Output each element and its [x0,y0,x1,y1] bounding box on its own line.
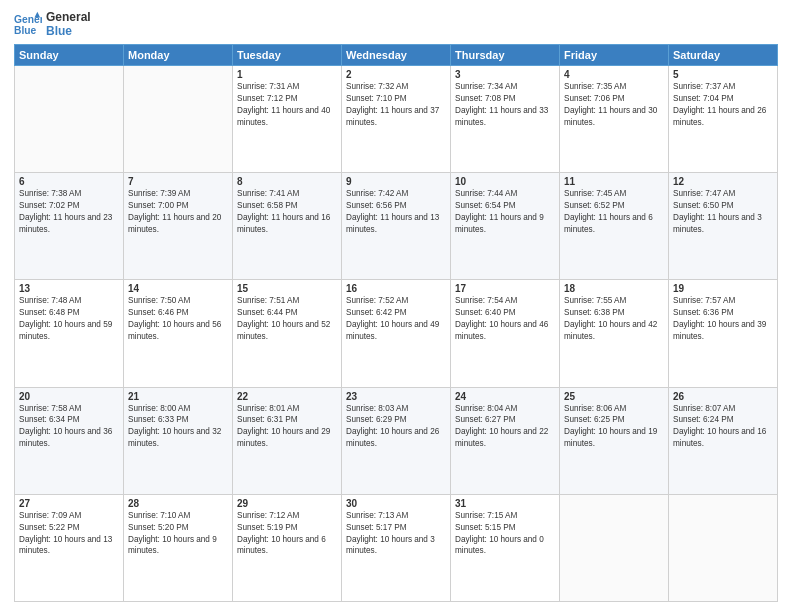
day-number: 4 [564,69,664,80]
day-number: 5 [673,69,773,80]
day-number: 30 [346,498,446,509]
day-info: Sunrise: 8:04 AM Sunset: 6:27 PM Dayligh… [455,403,555,451]
weekday-header: SundayMondayTuesdayWednesdayThursdayFrid… [15,45,778,66]
calendar-cell [15,66,124,173]
day-info: Sunrise: 8:06 AM Sunset: 6:25 PM Dayligh… [564,403,664,451]
day-number: 3 [455,69,555,80]
calendar-cell: 19Sunrise: 7:57 AM Sunset: 6:36 PM Dayli… [669,280,778,387]
day-number: 27 [19,498,119,509]
day-info: Sunrise: 7:10 AM Sunset: 5:20 PM Dayligh… [128,510,228,558]
day-number: 6 [19,176,119,187]
day-info: Sunrise: 7:34 AM Sunset: 7:08 PM Dayligh… [455,81,555,129]
weekday-header-cell: Tuesday [233,45,342,66]
calendar-cell [669,494,778,601]
day-info: Sunrise: 8:07 AM Sunset: 6:24 PM Dayligh… [673,403,773,451]
calendar-cell: 21Sunrise: 8:00 AM Sunset: 6:33 PM Dayli… [124,387,233,494]
calendar-cell: 27Sunrise: 7:09 AM Sunset: 5:22 PM Dayli… [15,494,124,601]
calendar-cell: 14Sunrise: 7:50 AM Sunset: 6:46 PM Dayli… [124,280,233,387]
day-number: 15 [237,283,337,294]
day-info: Sunrise: 7:37 AM Sunset: 7:04 PM Dayligh… [673,81,773,129]
day-info: Sunrise: 7:50 AM Sunset: 6:46 PM Dayligh… [128,295,228,343]
calendar-cell: 8Sunrise: 7:41 AM Sunset: 6:58 PM Daylig… [233,173,342,280]
calendar-row: 13Sunrise: 7:48 AM Sunset: 6:48 PM Dayli… [15,280,778,387]
calendar-cell: 20Sunrise: 7:58 AM Sunset: 6:34 PM Dayli… [15,387,124,494]
calendar-cell: 4Sunrise: 7:35 AM Sunset: 7:06 PM Daylig… [560,66,669,173]
calendar-cell: 28Sunrise: 7:10 AM Sunset: 5:20 PM Dayli… [124,494,233,601]
day-number: 1 [237,69,337,80]
day-info: Sunrise: 8:00 AM Sunset: 6:33 PM Dayligh… [128,403,228,451]
calendar-cell [124,66,233,173]
day-number: 7 [128,176,228,187]
calendar-cell: 25Sunrise: 8:06 AM Sunset: 6:25 PM Dayli… [560,387,669,494]
calendar-cell: 31Sunrise: 7:15 AM Sunset: 5:15 PM Dayli… [451,494,560,601]
calendar-cell: 12Sunrise: 7:47 AM Sunset: 6:50 PM Dayli… [669,173,778,280]
day-info: Sunrise: 7:39 AM Sunset: 7:00 PM Dayligh… [128,188,228,236]
calendar-cell: 3Sunrise: 7:34 AM Sunset: 7:08 PM Daylig… [451,66,560,173]
day-info: Sunrise: 7:31 AM Sunset: 7:12 PM Dayligh… [237,81,337,129]
header: General Blue General Blue [14,10,778,38]
day-info: Sunrise: 8:01 AM Sunset: 6:31 PM Dayligh… [237,403,337,451]
calendar-row: 20Sunrise: 7:58 AM Sunset: 6:34 PM Dayli… [15,387,778,494]
day-number: 22 [237,391,337,402]
weekday-header-cell: Saturday [669,45,778,66]
day-info: Sunrise: 7:09 AM Sunset: 5:22 PM Dayligh… [19,510,119,558]
logo: General Blue General Blue [14,10,91,38]
day-number: 21 [128,391,228,402]
day-info: Sunrise: 7:54 AM Sunset: 6:40 PM Dayligh… [455,295,555,343]
calendar-cell: 16Sunrise: 7:52 AM Sunset: 6:42 PM Dayli… [342,280,451,387]
day-info: Sunrise: 7:38 AM Sunset: 7:02 PM Dayligh… [19,188,119,236]
day-number: 23 [346,391,446,402]
calendar-row: 1Sunrise: 7:31 AM Sunset: 7:12 PM Daylig… [15,66,778,173]
day-info: Sunrise: 7:52 AM Sunset: 6:42 PM Dayligh… [346,295,446,343]
day-number: 10 [455,176,555,187]
calendar-table: SundayMondayTuesdayWednesdayThursdayFrid… [14,44,778,602]
calendar-cell: 22Sunrise: 8:01 AM Sunset: 6:31 PM Dayli… [233,387,342,494]
calendar-cell: 5Sunrise: 7:37 AM Sunset: 7:04 PM Daylig… [669,66,778,173]
svg-text:Blue: Blue [14,25,37,36]
day-number: 16 [346,283,446,294]
day-number: 18 [564,283,664,294]
calendar-cell: 15Sunrise: 7:51 AM Sunset: 6:44 PM Dayli… [233,280,342,387]
weekday-header-cell: Sunday [15,45,124,66]
calendar-cell: 11Sunrise: 7:45 AM Sunset: 6:52 PM Dayli… [560,173,669,280]
calendar-row: 6Sunrise: 7:38 AM Sunset: 7:02 PM Daylig… [15,173,778,280]
calendar-cell: 24Sunrise: 8:04 AM Sunset: 6:27 PM Dayli… [451,387,560,494]
day-number: 11 [564,176,664,187]
day-number: 25 [564,391,664,402]
calendar-cell: 2Sunrise: 7:32 AM Sunset: 7:10 PM Daylig… [342,66,451,173]
day-number: 29 [237,498,337,509]
day-info: Sunrise: 7:57 AM Sunset: 6:36 PM Dayligh… [673,295,773,343]
calendar-cell: 6Sunrise: 7:38 AM Sunset: 7:02 PM Daylig… [15,173,124,280]
weekday-header-cell: Monday [124,45,233,66]
day-info: Sunrise: 7:13 AM Sunset: 5:17 PM Dayligh… [346,510,446,558]
calendar-cell: 1Sunrise: 7:31 AM Sunset: 7:12 PM Daylig… [233,66,342,173]
calendar-cell: 17Sunrise: 7:54 AM Sunset: 6:40 PM Dayli… [451,280,560,387]
calendar-body: 1Sunrise: 7:31 AM Sunset: 7:12 PM Daylig… [15,66,778,602]
logo-icon: General Blue [14,10,42,38]
calendar-cell: 10Sunrise: 7:44 AM Sunset: 6:54 PM Dayli… [451,173,560,280]
day-number: 13 [19,283,119,294]
day-number: 17 [455,283,555,294]
calendar-row: 27Sunrise: 7:09 AM Sunset: 5:22 PM Dayli… [15,494,778,601]
calendar-cell: 29Sunrise: 7:12 AM Sunset: 5:19 PM Dayli… [233,494,342,601]
day-number: 9 [346,176,446,187]
day-number: 24 [455,391,555,402]
calendar-cell: 13Sunrise: 7:48 AM Sunset: 6:48 PM Dayli… [15,280,124,387]
calendar-cell: 7Sunrise: 7:39 AM Sunset: 7:00 PM Daylig… [124,173,233,280]
day-info: Sunrise: 7:15 AM Sunset: 5:15 PM Dayligh… [455,510,555,558]
day-info: Sunrise: 8:03 AM Sunset: 6:29 PM Dayligh… [346,403,446,451]
day-info: Sunrise: 7:58 AM Sunset: 6:34 PM Dayligh… [19,403,119,451]
page: General Blue General Blue SundayMondayTu… [0,0,792,612]
day-info: Sunrise: 7:41 AM Sunset: 6:58 PM Dayligh… [237,188,337,236]
day-info: Sunrise: 7:48 AM Sunset: 6:48 PM Dayligh… [19,295,119,343]
day-number: 2 [346,69,446,80]
day-number: 12 [673,176,773,187]
calendar-cell: 30Sunrise: 7:13 AM Sunset: 5:17 PM Dayli… [342,494,451,601]
calendar-cell: 9Sunrise: 7:42 AM Sunset: 6:56 PM Daylig… [342,173,451,280]
day-number: 20 [19,391,119,402]
day-info: Sunrise: 7:12 AM Sunset: 5:19 PM Dayligh… [237,510,337,558]
calendar-cell [560,494,669,601]
day-info: Sunrise: 7:45 AM Sunset: 6:52 PM Dayligh… [564,188,664,236]
day-number: 14 [128,283,228,294]
day-number: 26 [673,391,773,402]
